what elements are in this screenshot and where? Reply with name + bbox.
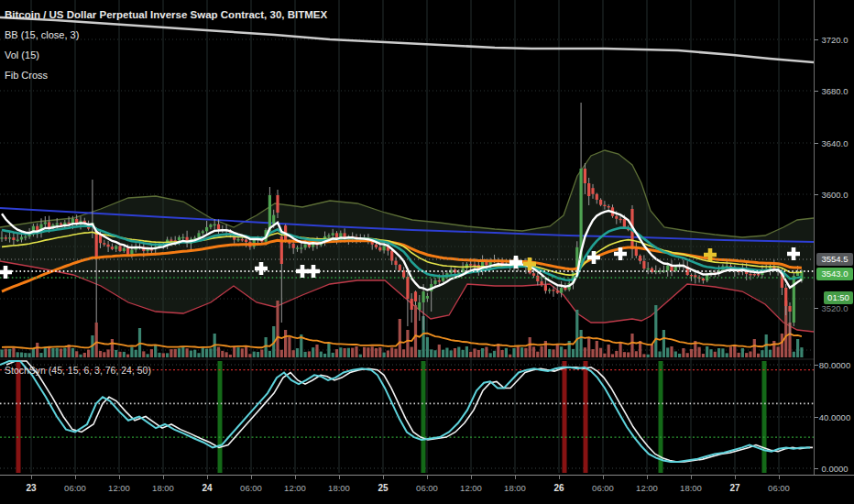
- time-tick: [75, 476, 76, 479]
- time-axis-label: 25: [378, 483, 388, 493]
- time-tick: [779, 476, 780, 479]
- time-axis-label: 18:00: [680, 483, 702, 493]
- time-axis-label: 06:00: [592, 483, 614, 493]
- time-tick: [383, 476, 384, 479]
- price-axis[interactable]: 3720.03680.03640.03600.03520.080.000040.…: [814, 0, 854, 475]
- price-axis-label: 3600.0: [815, 190, 854, 200]
- time-axis-label: 06:00: [240, 483, 262, 493]
- prev-settle-badge: 3554.5: [816, 253, 853, 266]
- legend: Bitcoin / US Dollar Perpetual Inverse Sw…: [5, 5, 327, 85]
- time-tick: [515, 476, 516, 479]
- time-axis-label: 18:00: [328, 483, 350, 493]
- bar-countdown-badge: 01:50: [824, 291, 853, 304]
- time-axis-label: 27: [729, 483, 739, 493]
- time-tick: [163, 476, 164, 479]
- time-axis-label: 12:00: [460, 483, 482, 493]
- price-tick: [815, 417, 818, 418]
- price-tick: [815, 91, 818, 92]
- stoch-axis-label: 80.0000: [815, 360, 854, 370]
- time-axis-label: 06:00: [768, 483, 790, 493]
- time-tick: [119, 476, 120, 479]
- time-tick: [603, 476, 604, 479]
- trading-chart-window: Bitcoin / US Dollar Perpetual Inverse Sw…: [0, 0, 854, 504]
- time-tick: [207, 476, 208, 479]
- time-tick: [647, 476, 648, 479]
- time-tick: [691, 476, 692, 479]
- time-tick: [471, 476, 472, 479]
- price-tick: [815, 468, 818, 469]
- time-axis-label: 12:00: [636, 483, 658, 493]
- indicator-bb-label[interactable]: BB (15, close, 3): [5, 25, 327, 45]
- time-axis-label: 24: [202, 483, 212, 493]
- indicator-vol-label[interactable]: Vol (15): [5, 45, 327, 65]
- time-tick: [31, 476, 32, 479]
- time-axis-label: 18:00: [504, 483, 526, 493]
- price-tick: [815, 194, 818, 195]
- price-tick: [815, 143, 818, 144]
- time-axis-label: 06:00: [64, 483, 86, 493]
- indicator-fib-label[interactable]: Fib Cross: [5, 65, 327, 85]
- price-tick: [815, 365, 818, 366]
- volume-layer: [0, 301, 803, 357]
- time-axis-label: 06:00: [416, 483, 438, 493]
- price-axis-label: 3720.0: [815, 35, 854, 45]
- volume-ma-line: [2, 334, 802, 349]
- stoch-level-lines: [0, 370, 814, 437]
- indicator-stoch-label[interactable]: StochSyn (45, 15, 6, 3, 76, 24, 50): [5, 365, 151, 376]
- time-axis-label: 12:00: [284, 483, 306, 493]
- time-axis-label: 12:00: [108, 483, 130, 493]
- time-axis[interactable]: 2306:0012:0018:002406:0012:0018:002506:0…: [0, 475, 854, 504]
- price-axis-label: 3520.0: [815, 303, 854, 313]
- bollinger-band: [0, 150, 814, 332]
- price-tick: [815, 39, 818, 40]
- price-axis-label: 3640.0: [815, 138, 854, 148]
- price-tick: [815, 308, 818, 309]
- time-tick: [559, 476, 560, 479]
- time-tick: [339, 476, 340, 479]
- time-axis-label: 18:00: [152, 483, 174, 493]
- time-tick: [251, 476, 252, 479]
- stoch-axis-label: 0.0000: [815, 464, 854, 474]
- time-tick: [427, 476, 428, 479]
- time-axis-label: 23: [26, 483, 36, 493]
- last-price-badge: 3543.0: [816, 268, 853, 280]
- symbol-title[interactable]: Bitcoin / US Dollar Perpetual Inverse Sw…: [5, 5, 327, 25]
- stoch-axis-label: 40.0000: [815, 412, 854, 422]
- time-tick: [735, 476, 736, 479]
- price-axis-label: 3680.0: [815, 86, 854, 96]
- time-tick: [295, 476, 296, 479]
- time-axis-label: 26: [553, 483, 564, 493]
